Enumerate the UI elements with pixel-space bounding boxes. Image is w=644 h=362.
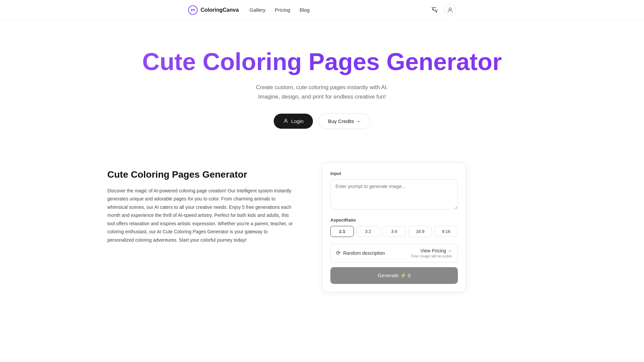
buy-credits-button[interactable]: Buy Credits → — [318, 113, 370, 129]
hero-subtitle-line2: Imagine, design, and print for endless c… — [258, 94, 386, 100]
logo-link[interactable]: ColoringCanva — [188, 5, 239, 15]
aspect-9-16[interactable]: 9:16 — [434, 226, 458, 237]
login-icon — [283, 118, 288, 124]
left-description-section: Cute Coloring Pages Generator Discover t… — [107, 163, 295, 244]
input-label: Input — [330, 171, 458, 176]
free-usage-text: Free Usage will be public — [411, 254, 452, 258]
nav-pricing[interactable]: Pricing — [275, 7, 290, 13]
navbar: ColoringCanva Gallery Pricing Blog — [0, 0, 644, 20]
nav-blog[interactable]: Blog — [300, 7, 310, 13]
hero-title: Cute Coloring Pages Generator — [7, 47, 637, 76]
nav-gallery[interactable]: Gallery — [250, 7, 266, 13]
generate-button[interactable]: Generate ⚡ 0 — [330, 267, 458, 284]
random-pricing-row: ⟳ Random description View Pricing → Free… — [330, 244, 458, 262]
user-profile-button[interactable] — [444, 4, 456, 16]
hero-subtitle-line1: Create custom, cute coloring pages insta… — [256, 84, 388, 90]
login-button[interactable]: Login — [274, 114, 313, 129]
svg-point-2 — [194, 9, 195, 10]
aspect-1-1[interactable]: 1:1 — [330, 226, 354, 237]
view-pricing-container: View Pricing → Free Usage will be public — [411, 248, 452, 258]
aspect-ratio-group: 1:1 3:2 3:4 16:9 9:16 — [330, 226, 458, 237]
logo-text: ColoringCanva — [201, 7, 239, 13]
random-description-button[interactable]: ⟳ Random description — [336, 250, 385, 256]
aspect-3-2[interactable]: 3:2 — [357, 226, 380, 237]
hero-buttons: Login Buy Credits → — [7, 113, 637, 129]
translate-icon — [431, 6, 439, 14]
hero-section: Cute Coloring Pages Generator Create cus… — [0, 20, 644, 149]
nav-links: Gallery Pricing Blog — [250, 7, 310, 13]
generator-panel: Input AspectRatio 1:1 3:2 3:4 16:9 9:16 … — [322, 163, 466, 292]
main-content: Cute Coloring Pages Generator Discover t… — [0, 149, 644, 319]
nav-left: ColoringCanva Gallery Pricing Blog — [188, 5, 310, 15]
user-icon — [447, 7, 453, 13]
random-icon: ⟳ — [336, 250, 340, 256]
hero-subtitle: Create custom, cute coloring pages insta… — [7, 83, 637, 101]
nav-right — [431, 4, 456, 16]
logo-icon — [188, 5, 198, 15]
random-description-label: Random description — [343, 250, 385, 256]
translate-button[interactable] — [431, 6, 439, 14]
section-description: Discover the magic of AI-powered colorin… — [107, 187, 295, 244]
prompt-input[interactable] — [330, 179, 458, 209]
svg-point-1 — [191, 9, 192, 10]
aspect-16-9[interactable]: 16:9 — [409, 226, 432, 237]
view-pricing-link[interactable]: View Pricing → — [420, 248, 452, 253]
section-heading: Cute Coloring Pages Generator — [107, 169, 295, 180]
svg-point-3 — [449, 8, 451, 10]
aspect-ratio-label: AspectRatio — [330, 218, 458, 223]
svg-point-4 — [285, 119, 287, 121]
aspect-3-4[interactable]: 3:4 — [382, 226, 406, 237]
